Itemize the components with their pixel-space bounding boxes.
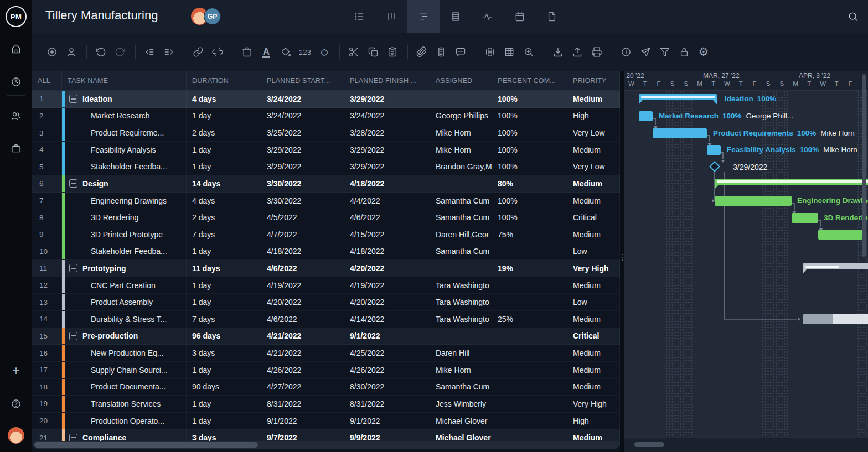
cell-planned-start[interactable]: 4/7/2022 [261, 226, 344, 243]
cell-duration[interactable]: 14 days [187, 175, 261, 192]
cell-duration[interactable]: 7 days [187, 311, 261, 328]
column-header-assigned[interactable]: ASSIGNED [430, 71, 492, 90]
cell-percent-complete[interactable]: 25% [492, 311, 567, 328]
cell-duration[interactable]: 1 day [187, 243, 261, 260]
row-number[interactable]: 14 [32, 311, 62, 328]
cell-planned-start[interactable]: 3/30/2022 [261, 193, 344, 209]
table-row[interactable]: 4Feasibility Analysis1 day3/29/20223/29/… [32, 142, 620, 159]
cell-assigned[interactable]: Jess Wimberly [430, 396, 492, 412]
table-row[interactable]: 18Product Documenta...90 days4/27/20228/… [32, 379, 620, 396]
cell-planned-finish[interactable]: 3/29/2022 [344, 91, 430, 107]
cell-priority[interactable]: Low [567, 294, 620, 310]
cell-planned-start[interactable]: 4/18/2022 [261, 243, 344, 260]
table-row[interactable]: 3Product Requireme...2 days3/25/20223/28… [32, 124, 620, 142]
cell-percent-complete[interactable]: 100% [492, 158, 567, 175]
cell-assigned[interactable]: Samantha Cum [430, 193, 492, 209]
cell-planned-finish[interactable]: 4/19/2022 [344, 277, 430, 294]
row-number[interactable]: 7 [32, 193, 62, 209]
redo-button[interactable] [114, 45, 126, 59]
cell-task-name[interactable]: Product Assembly [62, 294, 187, 310]
info-button[interactable] [620, 45, 632, 59]
outdent-button[interactable] [143, 45, 156, 59]
cell-assigned[interactable]: Daren Hill [430, 345, 492, 361]
table-horizontal-scrollbar[interactable] [33, 441, 619, 449]
cell-percent-complete[interactable] [492, 345, 567, 361]
cell-task-name[interactable]: Durability & Stress T... [62, 311, 187, 328]
cell-assigned[interactable]: Mike Horn [430, 362, 492, 378]
collapse-icon[interactable] [69, 264, 78, 272]
cell-planned-finish[interactable]: 9/1/2022 [344, 413, 430, 429]
cell-priority[interactable]: Medium [567, 226, 620, 243]
cell-percent-complete[interactable] [492, 294, 567, 310]
add-task-button[interactable] [46, 45, 58, 59]
cell-assigned[interactable]: Mike Horn [430, 142, 492, 158]
cell-planned-start[interactable]: 4/5/2022 [261, 209, 344, 226]
cell-planned-start[interactable]: 3/29/2022 [261, 142, 344, 158]
help-icon[interactable] [0, 396, 32, 412]
row-number[interactable]: 10 [32, 243, 62, 260]
cell-planned-finish[interactable]: 4/18/2022 [344, 243, 430, 260]
copy-button[interactable] [367, 45, 379, 59]
cell-duration[interactable]: 1 day [187, 108, 261, 124]
cell-planned-finish[interactable]: 4/15/2022 [344, 226, 430, 243]
cell-task-name[interactable]: CNC Part Creation [62, 277, 187, 294]
table-scroll-thumb[interactable] [34, 442, 258, 448]
numbers-button[interactable]: 123 [299, 45, 311, 59]
row-number[interactable]: 12 [32, 277, 62, 294]
columns-button[interactable] [484, 45, 496, 59]
cell-assigned[interactable]: Brandon Gray,M [430, 158, 492, 175]
cell-task-name[interactable]: Ideation [62, 91, 187, 107]
cell-planned-start[interactable]: 4/26/2022 [261, 362, 344, 378]
cell-task-name[interactable]: Stakeholder Feedba... [62, 243, 187, 260]
row-number[interactable]: 3 [32, 124, 62, 141]
row-number[interactable]: 17 [32, 362, 62, 378]
row-number[interactable]: 2 [32, 108, 62, 124]
milestone-button[interactable]: ◇ [318, 45, 330, 59]
filter-button[interactable] [659, 45, 671, 59]
cell-planned-start[interactable]: 3/24/2022 [261, 108, 344, 124]
cell-assigned[interactable] [430, 328, 492, 345]
table-row[interactable]: 11Prototyping11 days4/6/20224/20/202219%… [32, 260, 620, 277]
share-button[interactable] [639, 45, 652, 59]
cell-duration[interactable]: 2 days [187, 124, 261, 141]
cell-percent-complete[interactable] [492, 277, 567, 294]
milestone-diamond[interactable] [709, 161, 720, 172]
column-header-priority[interactable]: PRIORITY [567, 71, 620, 90]
cell-duration[interactable]: 96 days [187, 328, 261, 345]
tab-activity-view[interactable] [472, 0, 504, 33]
cell-assigned[interactable]: Michael Glover [430, 413, 492, 429]
cell-assigned[interactable]: Samantha Cum [430, 209, 492, 226]
row-number[interactable]: 5 [32, 158, 62, 175]
cell-assigned[interactable]: Samantha Cum [430, 379, 492, 396]
cell-priority[interactable]: Medium [567, 345, 620, 361]
tab-sheet-view[interactable] [440, 0, 472, 33]
table-row[interactable]: 6Design14 days3/30/20224/18/202280%Mediu… [32, 175, 620, 193]
cell-percent-complete[interactable] [492, 243, 567, 260]
fill-color-button[interactable] [280, 45, 292, 59]
briefcase-icon[interactable] [0, 141, 32, 156]
cell-duration[interactable]: 2 days [187, 209, 261, 226]
cell-task-name[interactable]: Translation Services [62, 396, 187, 412]
avatar-initials[interactable]: GP [204, 8, 221, 25]
grid-button[interactable] [503, 45, 515, 59]
cell-duration[interactable]: 1 day [187, 362, 261, 378]
cell-assigned[interactable] [430, 260, 492, 277]
cell-percent-complete[interactable]: 100% [492, 142, 567, 158]
cell-planned-start[interactable]: 4/6/2022 [261, 311, 344, 328]
collapse-icon[interactable] [69, 332, 78, 340]
cell-task-name[interactable]: Feasibility Analysis [62, 142, 187, 158]
cell-priority[interactable]: Very Low [567, 158, 620, 175]
cell-priority[interactable]: Medium [567, 277, 620, 294]
cell-assigned[interactable]: Daren Hill,Geor [430, 226, 492, 243]
cut-button[interactable] [348, 45, 360, 59]
lock-button[interactable] [678, 45, 690, 59]
cell-assigned[interactable] [430, 91, 492, 107]
row-number[interactable]: 11 [32, 260, 62, 277]
cell-task-name[interactable]: Supply Chain Sourci... [62, 362, 187, 378]
cell-task-name[interactable]: Design [62, 175, 187, 192]
column-header-planned-start[interactable]: PLANNED START... [261, 71, 344, 90]
cell-percent-complete[interactable]: 19% [492, 260, 567, 277]
table-row[interactable]: 1Ideation4 days3/24/20223/29/2022100%Med… [32, 91, 620, 108]
cell-planned-finish[interactable]: 4/6/2022 [344, 209, 430, 226]
cell-duration[interactable]: 1 day [187, 396, 261, 412]
